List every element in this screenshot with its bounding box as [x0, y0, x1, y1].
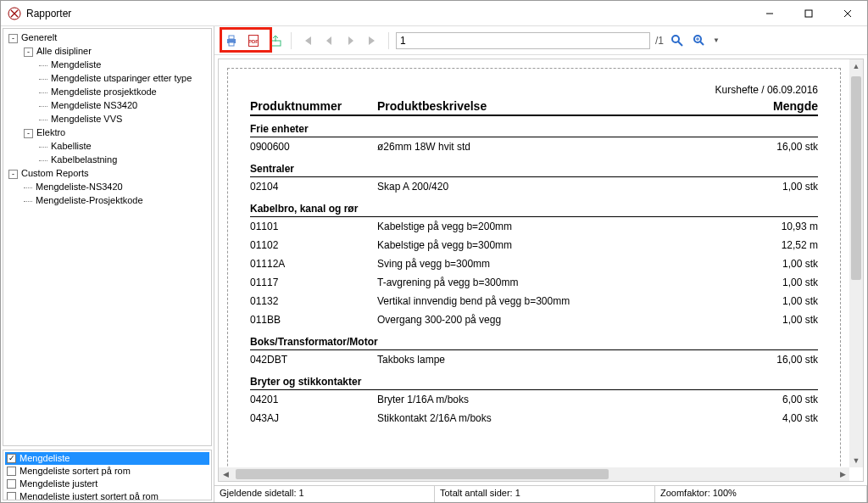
zoom-icon[interactable] — [691, 32, 708, 49]
col-produktbeskrivelse: Produktbeskrivelse — [377, 99, 742, 113]
group-header: Frie enheter — [250, 123, 818, 137]
horizontal-scrollbar[interactable]: ◀ ▶ — [219, 467, 849, 481]
tree-toggle[interactable]: - — [24, 129, 33, 138]
table-row: 043AJStikkontakt 2/16A m/boks4,00 stk — [250, 409, 818, 428]
tree-leaf-mengdeliste-vvs[interactable]: Mengdeliste VVS — [51, 114, 122, 124]
close-button[interactable] — [828, 1, 867, 25]
minimize-button[interactable] — [750, 1, 789, 25]
cell-mengde: 1,00 stk — [742, 181, 818, 193]
tree-toggle[interactable]: - — [24, 48, 33, 57]
maximize-button[interactable] — [789, 1, 828, 25]
last-page-icon[interactable] — [364, 32, 381, 49]
cell-mengde: 6,00 stk — [742, 394, 818, 405]
tree-leaf-cr-ns3420[interactable]: Mengdeliste-NS3420 — [36, 182, 123, 192]
report-tree[interactable]: -Generelt -Alle disipliner Mengdeliste M… — [3, 28, 212, 446]
table-row: 01112ASving på vegg b=300mm1,00 stk — [250, 254, 818, 273]
cell-produktnummer: 02104 — [250, 181, 377, 193]
svg-line-13 — [678, 42, 682, 46]
sidebar: -Generelt -Alle disipliner Mengdeliste M… — [1, 26, 214, 502]
table-row: 01132Vertikal innvendig bend på vegg b=3… — [250, 292, 818, 310]
cell-produktnummer: 04201 — [250, 394, 377, 405]
report-viewer: PDF — [214, 26, 867, 502]
cell-produktnummer: 01112A — [250, 258, 377, 270]
svg-rect-7 — [229, 42, 234, 46]
col-mengde: Mengde — [742, 99, 818, 113]
tree-node-generelt[interactable]: Generelt — [21, 32, 57, 42]
checklist-item[interactable]: Mengdeliste justert — [5, 478, 209, 490]
tree-leaf-mengdeliste-utsparinger[interactable]: Mengdeliste utsparinger etter type — [51, 73, 192, 83]
cell-beskrivelse: Overgang 300-200 på vegg — [377, 314, 742, 326]
toolbar-separator — [388, 32, 389, 49]
svg-point-12 — [672, 36, 679, 42]
tree-leaf-mengdeliste-prosjektkode[interactable]: Mengdeliste prosjektkode — [51, 87, 157, 97]
page-area: Kurshefte / 06.09.2016 Produktnummer Pro… — [218, 59, 864, 482]
cell-beskrivelse: Bryter 1/16A m/boks — [377, 394, 742, 405]
report-checklist[interactable]: ✓MengdelisteMengdeliste sortert på romMe… — [3, 450, 212, 500]
pdf-export-icon[interactable]: PDF — [245, 32, 262, 49]
checkbox[interactable]: ✓ — [7, 454, 16, 463]
tree-leaf-mengdeliste-ns3420[interactable]: Mengdeliste NS3420 — [51, 100, 137, 110]
checkbox[interactable] — [7, 479, 16, 489]
scroll-thumb[interactable] — [851, 76, 861, 280]
table-row: 011BBOvergang 300-200 på vegg1,00 stk — [250, 310, 818, 329]
tree-toggle[interactable]: - — [8, 34, 18, 43]
cell-mengde: 10,93 m — [742, 221, 818, 232]
cell-produktnummer: 011BB — [250, 314, 377, 326]
group-header: Boks/Transformator/Motor — [250, 336, 818, 350]
tree-toggle[interactable]: - — [8, 170, 18, 179]
scroll-up-icon[interactable]: ▲ — [849, 59, 863, 73]
checklist-label: Mengdeliste justert sortert på rom — [19, 490, 159, 500]
checkbox[interactable] — [7, 467, 16, 476]
window-title: Rapporter — [26, 8, 71, 20]
checklist-item[interactable]: Mengdeliste sortert på rom — [5, 465, 209, 478]
tree-node-elektro[interactable]: Elektro — [36, 127, 65, 137]
tree-node-custom-reports[interactable]: Custom Reports — [21, 168, 88, 178]
column-header: Produktnummer Produktbeskrivelse Mengde — [250, 99, 818, 116]
checkbox[interactable] — [7, 492, 16, 500]
page-scroll: Kurshefte / 06.09.2016 Produktnummer Pro… — [219, 59, 849, 467]
prev-page-icon[interactable] — [320, 32, 337, 49]
cell-mengde: 16,00 stk — [742, 141, 818, 153]
content: -Generelt -Alle disipliner Mengdeliste M… — [1, 26, 867, 502]
svg-line-15 — [700, 42, 704, 45]
scroll-thumb[interactable] — [236, 469, 609, 479]
export-icon[interactable] — [267, 32, 284, 49]
first-page-icon[interactable] — [298, 32, 315, 49]
tree-node-alle-disipliner[interactable]: Alle disipliner — [36, 46, 92, 56]
table-row: 0900600ø26mm 18W hvit std16,00 stk — [250, 137, 818, 156]
scroll-right-icon[interactable]: ▶ — [836, 467, 849, 481]
svg-rect-6 — [229, 36, 234, 39]
cell-mengde: 1,00 stk — [742, 295, 818, 307]
scroll-left-icon[interactable]: ◀ — [219, 467, 232, 481]
status-zoom: Zoomfaktor: 100% — [655, 486, 867, 502]
cell-produktnummer: 0900600 — [250, 141, 377, 153]
cell-beskrivelse: Skap A 200/420 — [377, 181, 742, 193]
tree-leaf-kabelliste[interactable]: Kabelliste — [51, 141, 92, 151]
scroll-down-icon[interactable]: ▼ — [849, 454, 863, 467]
cell-mengde: 1,00 stk — [742, 258, 818, 270]
cell-produktnummer: 043AJ — [250, 412, 377, 424]
cell-beskrivelse: T-avgrening på vegg b=300mm — [377, 277, 742, 288]
search-icon[interactable] — [669, 32, 686, 49]
table-row: 01101Kabelstige på vegg b=200mm10,93 m — [250, 217, 818, 236]
col-produktnummer: Produktnummer — [250, 99, 377, 113]
svg-text:PDF: PDF — [248, 39, 259, 44]
checklist-item[interactable]: Mengdeliste justert sortert på rom — [5, 490, 209, 500]
cell-beskrivelse: Kabelstige på vegg b=300mm — [377, 239, 742, 251]
next-page-icon[interactable] — [342, 32, 359, 49]
tree-leaf-mengdeliste[interactable]: Mengdeliste — [51, 59, 101, 70]
page-number-input[interactable] — [396, 32, 650, 49]
tree-leaf-cr-prosjektkode[interactable]: Mengdeliste-Prosjektkode — [36, 195, 143, 205]
table-row: 01117T-avgrening på vegg b=300mm1,00 stk — [250, 273, 818, 292]
zoom-dropdown-icon[interactable]: ▼ — [713, 36, 720, 44]
tree-leaf-kabelbelastning[interactable]: Kabelbelastning — [51, 154, 117, 165]
checklist-label: Mengdeliste justert — [19, 478, 97, 490]
vertical-scrollbar[interactable]: ▲ ▼ — [849, 59, 863, 467]
toolbar-separator — [291, 32, 292, 49]
app-icon — [8, 7, 21, 20]
svg-rect-2 — [805, 10, 812, 17]
checklist-item[interactable]: ✓Mengdeliste — [5, 452, 209, 465]
report-page: Kurshefte / 06.09.2016 Produktnummer Pro… — [227, 68, 841, 467]
print-icon[interactable] — [223, 32, 240, 49]
table-row: 01102Kabelstige på vegg b=300mm12,52 m — [250, 236, 818, 254]
